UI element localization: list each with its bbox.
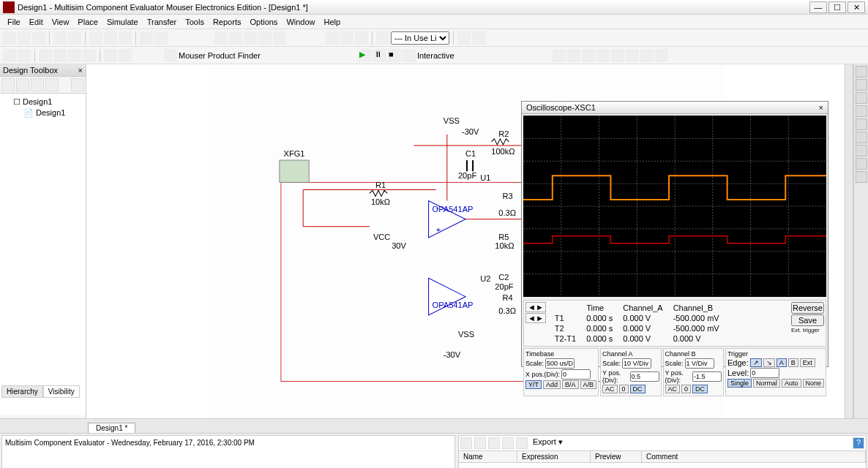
help-icon[interactable]: [472, 31, 485, 45]
export-button[interactable]: Export ▾: [533, 437, 563, 449]
new-icon[interactable]: [3, 31, 16, 45]
menu-options[interactable]: Options: [250, 18, 277, 26]
open-icon[interactable]: [18, 31, 31, 45]
tree-child[interactable]: 📄 Design1: [3, 107, 83, 118]
analysis-icon-4[interactable]: [596, 49, 610, 62]
ground-icon[interactable]: [68, 49, 81, 62]
src-a[interactable]: A: [777, 358, 787, 367]
analysis-icon-5[interactable]: [611, 49, 624, 62]
junction-icon[interactable]: [39, 49, 52, 62]
mode-ab[interactable]: A/B: [580, 380, 597, 389]
instr-3[interactable]: [856, 92, 867, 104]
menu-view[interactable]: View: [52, 18, 70, 26]
trg-normal[interactable]: Normal: [753, 379, 780, 388]
col-comment[interactable]: Comment: [642, 451, 866, 462]
sidebar-close-icon[interactable]: ×: [78, 66, 83, 75]
cut-icon[interactable]: [89, 31, 102, 45]
chb-ypos[interactable]: [692, 371, 722, 382]
menu-edit[interactable]: Edit: [29, 18, 43, 26]
chb-dc[interactable]: DC: [692, 385, 708, 393]
reverse-button[interactable]: Reverse: [791, 302, 824, 314]
tab-visibility[interactable]: Visibility: [43, 385, 80, 398]
tab-hierarchy[interactable]: Hierarchy: [1, 385, 43, 398]
menu-help[interactable]: Help: [324, 18, 341, 26]
var-tool-1[interactable]: [460, 437, 472, 449]
power-icon[interactable]: [83, 49, 96, 62]
redo-icon[interactable]: [154, 31, 168, 45]
oscilloscope-window[interactable]: Oscilloscope-XSC1 ×: [521, 101, 828, 367]
zoom-in-icon[interactable]: [214, 31, 228, 45]
zoom-fit-icon[interactable]: [258, 31, 272, 45]
cha-scale[interactable]: [622, 358, 651, 369]
chb-ac[interactable]: AC: [665, 385, 681, 393]
sidebar-tool-5[interactable]: [71, 78, 84, 91]
mouser-icon[interactable]: [164, 49, 177, 62]
list-icon[interactable]: [376, 31, 389, 45]
var-tool-5[interactable]: [516, 437, 528, 449]
instr-6[interactable]: [856, 132, 867, 143]
instr-4[interactable]: [856, 105, 867, 117]
col-name[interactable]: Name: [459, 451, 517, 462]
menu-window[interactable]: Window: [286, 18, 315, 26]
analysis-icon-7[interactable]: [640, 49, 654, 62]
cha-ac[interactable]: AC: [602, 385, 618, 393]
menu-tools[interactable]: Tools: [185, 18, 204, 26]
stop-icon[interactable]: ■: [388, 49, 401, 62]
wire-icon[interactable]: [3, 49, 16, 62]
instr-5[interactable]: [856, 118, 867, 130]
menu-file[interactable]: File: [7, 18, 20, 26]
instr-8[interactable]: [856, 158, 867, 170]
schematic-canvas[interactable]: XFG1 R1 10kΩ - + U1 OPA541AP VSS -30V C1…: [86, 64, 845, 418]
inuse-dropdown[interactable]: --- In Use List ---: [391, 31, 449, 45]
menu-simulate[interactable]: Simulate: [107, 18, 138, 26]
save-icon[interactable]: [32, 31, 45, 45]
trg-auto[interactable]: Auto: [782, 379, 801, 388]
trg-single[interactable]: Single: [727, 379, 752, 388]
component-icon[interactable]: [326, 31, 339, 45]
instr-7[interactable]: [856, 145, 867, 156]
analysis-icon-1[interactable]: [553, 49, 566, 62]
probe-icon[interactable]: [104, 49, 117, 62]
tag-icon[interactable]: [53, 49, 67, 62]
sidebar-tool-1[interactable]: [1, 78, 15, 91]
var-tool-3[interactable]: [488, 437, 500, 449]
instrument-icon[interactable]: [119, 49, 132, 62]
edge-fall-icon[interactable]: ↘: [763, 358, 775, 367]
sidebar-tool-4[interactable]: [45, 78, 59, 91]
mode-yt[interactable]: Y/T: [525, 380, 542, 389]
save-button[interactable]: Save: [791, 314, 824, 326]
run-icon[interactable]: ▶: [359, 49, 372, 62]
analysis-icon-3[interactable]: [582, 49, 595, 62]
database-icon[interactable]: [457, 31, 471, 45]
analysis-icon-6[interactable]: [626, 49, 639, 62]
analysis-icon-2[interactable]: [567, 49, 580, 62]
trigger-level[interactable]: [750, 368, 779, 378]
bus-icon[interactable]: [18, 49, 31, 62]
zoom-full-icon[interactable]: [273, 31, 286, 45]
cursor-t2-icon[interactable]: ◄►: [525, 313, 546, 323]
var-help-icon[interactable]: ?: [853, 437, 864, 449]
mode-add[interactable]: Add: [543, 380, 561, 389]
cha-0[interactable]: 0: [619, 385, 629, 393]
tree-root[interactable]: ☐ Design1: [3, 97, 83, 107]
graphic-icon[interactable]: [355, 31, 368, 45]
paste-icon[interactable]: [119, 31, 132, 45]
undo-icon[interactable]: [140, 31, 153, 45]
mode-ba[interactable]: B/A: [562, 380, 579, 389]
print-preview-icon[interactable]: [68, 31, 81, 45]
design-tree[interactable]: ☐ Design1 📄 Design1: [0, 94, 86, 415]
var-tool-4[interactable]: [502, 437, 514, 449]
instr-2[interactable]: [856, 79, 867, 91]
zoom-out-icon[interactable]: [229, 31, 242, 45]
var-tool-2[interactable]: [474, 437, 486, 449]
analysis-icon-8[interactable]: [655, 49, 668, 62]
scope-close-icon[interactable]: ×: [819, 103, 823, 112]
copy-icon[interactable]: [104, 31, 117, 45]
cha-dc[interactable]: DC: [630, 385, 646, 393]
instr-9[interactable]: [856, 171, 867, 183]
menu-place[interactable]: Place: [78, 18, 98, 26]
print-icon[interactable]: [53, 31, 67, 45]
chb-0[interactable]: 0: [681, 385, 691, 393]
zoom-area-icon[interactable]: [244, 31, 257, 45]
instr-1[interactable]: [856, 66, 867, 78]
